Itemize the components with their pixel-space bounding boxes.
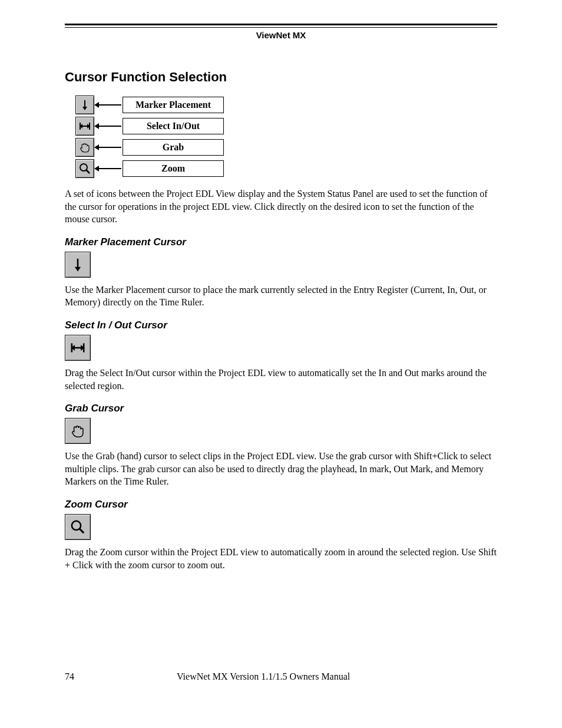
- diagram-row: Marker Placement: [75, 95, 497, 114]
- header-rule: [65, 24, 497, 28]
- intro-paragraph: A set of icons between the Project EDL V…: [65, 187, 497, 226]
- zoom-magnifier-icon[interactable]: [75, 159, 94, 178]
- subsection-title-grab: Grab Cursor: [65, 403, 497, 414]
- diagram-row: Grab: [75, 138, 497, 157]
- cursor-function-diagram: Marker Placement Select In/Out Grab Zoom: [75, 95, 497, 178]
- marker-down-icon[interactable]: [65, 252, 91, 278]
- diagram-label: Grab: [123, 139, 224, 156]
- arrow-connector: [98, 147, 121, 148]
- grab-hand-icon[interactable]: [65, 418, 91, 444]
- subsection-title-marker: Marker Placement Cursor: [65, 236, 497, 248]
- subsection-body-select: Drag the Select In/Out cursor within the…: [65, 367, 497, 392]
- arrow-connector: [98, 168, 121, 169]
- subsection-body-marker: Use the Marker Placement cursor to place…: [65, 284, 497, 309]
- select-inout-icon[interactable]: [65, 335, 91, 361]
- arrow-connector: [98, 104, 121, 106]
- subsection-body-zoom: Drag the Zoom cursor within the Project …: [65, 546, 497, 571]
- subsection-title-select: Select In / Out Cursor: [65, 319, 497, 331]
- header-product: ViewNet MX: [65, 30, 497, 40]
- section-title: Cursor Function Selection: [65, 70, 497, 85]
- arrow-connector: [98, 126, 121, 127]
- grab-hand-icon[interactable]: [75, 138, 94, 157]
- diagram-row: Select In/Out: [75, 117, 497, 136]
- subsection-body-grab: Use the Grab (hand) cursor to select cli…: [65, 450, 497, 488]
- zoom-magnifier-icon[interactable]: [65, 514, 91, 540]
- footer-title: ViewNet MX Version 1.1/1.5 Owners Manual: [177, 671, 497, 682]
- subsection-title-zoom: Zoom Cursor: [65, 499, 497, 510]
- diagram-label: Zoom: [123, 160, 224, 177]
- diagram-row: Zoom: [75, 159, 497, 178]
- page-footer: 74 ViewNet MX Version 1.1/1.5 Owners Man…: [65, 671, 497, 682]
- diagram-label: Marker Placement: [123, 97, 224, 113]
- marker-down-icon[interactable]: [75, 95, 94, 114]
- page-number: 74: [65, 671, 177, 682]
- select-inout-icon[interactable]: [75, 117, 94, 136]
- diagram-label: Select In/Out: [123, 118, 224, 134]
